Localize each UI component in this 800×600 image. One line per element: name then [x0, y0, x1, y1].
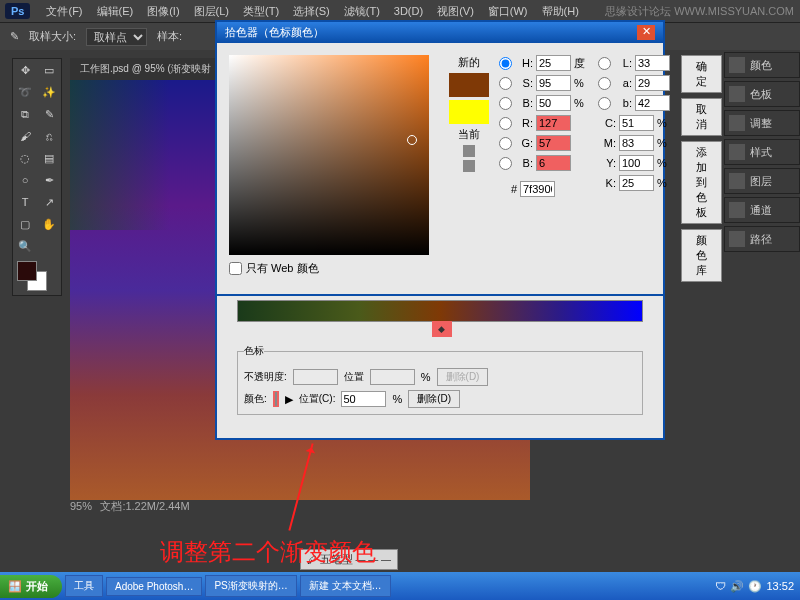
sample-size-select[interactable]: 取样点 [86, 28, 147, 46]
brush-tool[interactable]: 🖌 [13, 125, 37, 147]
chevron-right-icon[interactable]: ▶ [285, 393, 293, 406]
dialog-titlebar[interactable]: 拾色器（色标颜色） ✕ [217, 22, 663, 43]
cube-icon[interactable] [463, 160, 475, 172]
menu-layer[interactable]: 图层(L) [188, 1, 235, 22]
current-color-swatch[interactable] [449, 100, 489, 124]
g-radio[interactable] [499, 137, 512, 150]
taskbar-item[interactable]: PS渐变映射的… [205, 575, 296, 597]
menu-edit[interactable]: 编辑(E) [91, 1, 140, 22]
menu-type[interactable]: 类型(T) [237, 1, 285, 22]
cancel-button[interactable]: 取消 [681, 98, 722, 136]
color-marker[interactable] [407, 135, 417, 145]
b-input[interactable] [536, 95, 571, 111]
path-tool[interactable]: ↗ [37, 191, 61, 213]
lab-b-radio[interactable] [598, 97, 611, 110]
web-only-checkbox[interactable] [229, 262, 242, 275]
c-label: C: [598, 117, 616, 129]
l-input[interactable] [635, 55, 670, 71]
gradient-stop[interactable] [432, 321, 452, 337]
panel-color[interactable]: 颜色 [724, 52, 800, 78]
a-input[interactable] [635, 75, 670, 91]
styles-icon [729, 144, 745, 160]
r-input[interactable] [536, 115, 571, 131]
menu-help[interactable]: 帮助(H) [536, 1, 585, 22]
panel-swatches[interactable]: 色板 [724, 81, 800, 107]
s-radio[interactable] [499, 77, 512, 90]
pos1-unit: % [421, 371, 431, 383]
taskbar-item[interactable]: Adobe Photosh… [106, 577, 202, 596]
panel-styles[interactable]: 样式 [724, 139, 800, 165]
wand-tool[interactable]: ✨ [37, 81, 61, 103]
marquee-tool[interactable]: ▭ [37, 59, 61, 81]
document-tab[interactable]: 工作图.psd @ 95% (渐变映射 [70, 58, 221, 80]
lasso-tool[interactable]: ➰ [13, 81, 37, 103]
extra-tool[interactable] [37, 235, 61, 257]
h-radio[interactable] [499, 57, 512, 70]
pos2-input[interactable] [341, 391, 386, 407]
color-swatches[interactable] [13, 257, 61, 295]
warning-icon[interactable] [463, 145, 475, 157]
hand-tool[interactable]: ✋ [37, 213, 61, 235]
menu-view[interactable]: 视图(V) [431, 1, 480, 22]
c-input[interactable] [619, 115, 654, 131]
tray-icon[interactable]: 🛡 [715, 580, 726, 592]
move-tool[interactable]: ✥ [13, 59, 37, 81]
b-radio[interactable] [499, 97, 512, 110]
h-input[interactable] [536, 55, 571, 71]
panel-paths[interactable]: 路径 [724, 226, 800, 252]
foreground-swatch[interactable] [17, 261, 37, 281]
shape-tool[interactable]: ▢ [13, 213, 37, 235]
stop-color-chip[interactable] [275, 392, 277, 406]
start-button[interactable]: 🪟 开始 [0, 575, 62, 598]
l-radio[interactable] [598, 57, 611, 70]
panel-layers[interactable]: 图层 [724, 168, 800, 194]
h-label: H: [515, 57, 533, 69]
eraser-tool[interactable]: ◌ [13, 147, 37, 169]
g-input[interactable] [536, 135, 571, 151]
gradient-bar[interactable] [237, 300, 643, 322]
lab-b-input[interactable] [635, 95, 670, 111]
tray-icon[interactable]: 🔊 [730, 580, 744, 593]
add-swatch-button[interactable]: 添加到色板 [681, 141, 722, 224]
g-label: G: [515, 137, 533, 149]
crop-tool[interactable]: ⧉ [13, 103, 37, 125]
hex-input[interactable] [520, 181, 555, 197]
menu-file[interactable]: 文件(F) [40, 1, 88, 22]
menu-image[interactable]: 图像(I) [141, 1, 185, 22]
k-input[interactable] [619, 175, 654, 191]
menu-3d[interactable]: 3D(D) [388, 2, 429, 20]
zoom-tool[interactable]: 🔍 [13, 235, 37, 257]
watermark-text: 思缘设计论坛 WWW.MISSYUAN.COM [605, 4, 794, 19]
r-radio[interactable] [499, 117, 512, 130]
bb-radio[interactable] [499, 157, 512, 170]
menu-filter[interactable]: 滤镜(T) [338, 1, 386, 22]
system-tray[interactable]: 🛡 🔊 🕐 13:52 [709, 580, 800, 593]
y-input[interactable] [619, 155, 654, 171]
menu-window[interactable]: 窗口(W) [482, 1, 534, 22]
eyedrop-tool[interactable]: ✎ [37, 103, 61, 125]
eyedropper-icon[interactable]: ✎ [10, 30, 19, 43]
blur-tool[interactable]: ○ [13, 169, 37, 191]
panel-dock: 颜色 色板 调整 样式 图层 通道 路径 [724, 52, 800, 255]
gradient-tool[interactable]: ▤ [37, 147, 61, 169]
type-tool[interactable]: T [13, 191, 37, 213]
zoom-level[interactable]: 95% [70, 500, 92, 512]
a-radio[interactable] [598, 77, 611, 90]
close-icon[interactable]: ✕ [637, 25, 655, 40]
m-input[interactable] [619, 135, 654, 151]
panel-adjust[interactable]: 调整 [724, 110, 800, 136]
color-lib-button[interactable]: 颜色库 [681, 229, 722, 282]
s-input[interactable] [536, 75, 571, 91]
taskbar-item[interactable]: 工具 [65, 575, 103, 597]
ok-button[interactable]: 确定 [681, 55, 722, 93]
stamp-tool[interactable]: ⎌ [37, 125, 61, 147]
panel-channels[interactable]: 通道 [724, 197, 800, 223]
menu-select[interactable]: 选择(S) [287, 1, 336, 22]
pen-tool[interactable]: ✒ [37, 169, 61, 191]
clock[interactable]: 13:52 [766, 580, 794, 592]
bb-input[interactable] [536, 155, 571, 171]
taskbar-item[interactable]: 新建 文本文档… [300, 575, 391, 597]
saturation-value-field[interactable] [229, 55, 429, 255]
delete2-button[interactable]: 删除(D) [408, 390, 460, 408]
tray-icon[interactable]: 🕐 [748, 580, 762, 593]
